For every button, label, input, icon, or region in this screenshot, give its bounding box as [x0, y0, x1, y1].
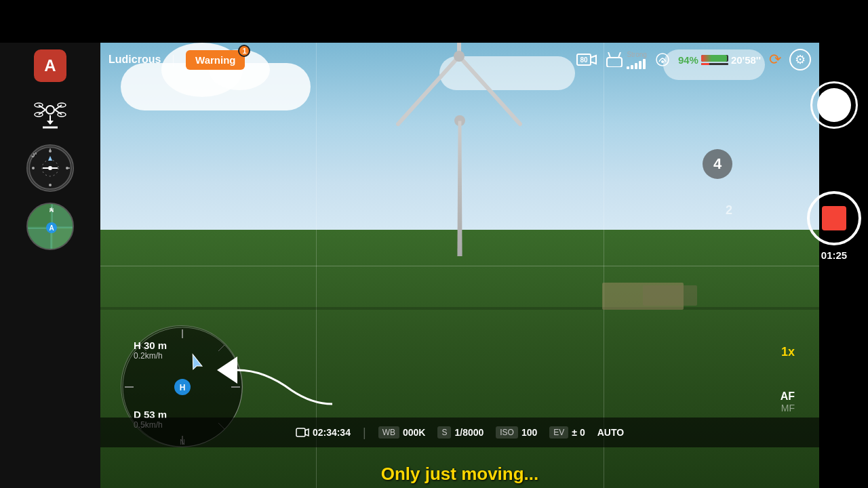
wifi-signal-group [655, 52, 670, 67]
number-2-value: 2 [726, 203, 732, 217]
svg-text:0°: 0° [31, 152, 37, 159]
af-mf-selector: AF MF [781, 390, 795, 413]
svg-text:H: H [180, 383, 186, 392]
shutter-button[interactable] [810, 81, 858, 129]
timecode-value: 02:34:34 [313, 427, 351, 438]
video-number-indicator: 80 [576, 52, 597, 68]
svg-line-7 [618, 52, 620, 58]
turbine-tower [456, 121, 464, 256]
flight-mode-label: Ludicrous [108, 54, 161, 66]
rc-value-group: Strong [627, 51, 646, 69]
ev-value: ± 0 [572, 427, 585, 438]
battery-time: 20'58'' [731, 54, 761, 66]
svg-point-31 [48, 166, 52, 170]
settings-button[interactable]: ⚙ [789, 49, 811, 70]
mf-label[interactable]: MF [781, 403, 795, 413]
altitude-value: 30 m [144, 340, 167, 351]
number-2-indicator: 2 [726, 203, 732, 218]
left-sidebar: A [0, 43, 100, 488]
mode-value: AUTO [597, 427, 624, 438]
hud-altitude-group: H 30 m 0.2km/h [134, 340, 167, 361]
svg-point-27 [32, 167, 35, 169]
landing-button[interactable] [30, 93, 71, 134]
bottom-bar: 02:34:34 | WB 000K S 1/8000 ISO 100 EV ±… [100, 418, 819, 447]
mini-map[interactable]: A N [26, 203, 74, 250]
bottom-divider-1: | [363, 426, 366, 440]
ev-label: EV [549, 426, 568, 439]
video-box-icon: 80 [576, 52, 597, 68]
wb-label: WB [378, 426, 399, 439]
attitude-indicator[interactable]: 0° [26, 144, 74, 192]
zoom-value: 1x [781, 345, 795, 359]
ev-group[interactable]: EV ± 0 [549, 426, 585, 439]
svg-point-9 [656, 54, 669, 66]
battery-percent: 94% [678, 54, 698, 66]
wb-value: 000K [403, 427, 425, 438]
rc-icon [605, 52, 624, 67]
arrow-svg [210, 329, 346, 411]
rc-controller-icon [605, 52, 624, 67]
svg-marker-5 [591, 56, 596, 64]
iso-value: 100 [521, 427, 537, 438]
shutter-value: 1/8000 [454, 427, 484, 438]
iso-label: ISO [496, 426, 518, 439]
timecode-group: 02:34:34 [296, 427, 351, 438]
svg-marker-21 [47, 121, 54, 125]
separator: | [172, 53, 175, 67]
battery-fill [701, 55, 727, 62]
svg-point-11 [46, 106, 54, 114]
crosshair-horizontal [100, 266, 819, 266]
number-4-value: 4 [713, 155, 722, 173]
record-time: 01:25 [807, 249, 861, 261]
svg-point-26 [49, 184, 52, 186]
signal-bar-5 [643, 59, 646, 69]
signal-bar-2 [631, 65, 633, 69]
phone-signal-icon [655, 52, 670, 67]
shutter-group[interactable]: S 1/8000 [437, 426, 484, 439]
battery-bar [701, 55, 728, 62]
warning-button[interactable]: Warning 1 [186, 50, 245, 70]
refresh-button[interactable]: ⟳ [769, 51, 781, 68]
svg-line-6 [608, 52, 610, 58]
altitude-label: H [134, 340, 141, 351]
warning-badge: 1 [238, 45, 250, 57]
record-stop-button[interactable] [807, 191, 861, 245]
video-number-text: 80 [580, 56, 589, 64]
svg-marker-60 [305, 429, 309, 436]
warning-label: Warning [195, 54, 235, 66]
wb-group[interactable]: WB 000K [378, 426, 426, 439]
signal-bar-4 [639, 61, 642, 69]
svg-marker-58 [217, 357, 237, 384]
battery-group: 94% 20'58'' [678, 54, 761, 66]
building-2 [643, 285, 697, 306]
attitude-svg: 0° [28, 146, 73, 190]
signal-strength-label: Strong [627, 51, 646, 58]
af-label[interactable]: AF [781, 390, 795, 403]
shutter-label: S [437, 426, 451, 439]
horizon-line [100, 307, 819, 310]
svg-rect-59 [296, 428, 305, 436]
rc-signal-group: Strong [605, 51, 646, 69]
hud-altitude: H 30 m [134, 340, 167, 351]
right-controls: 01:25 [807, 81, 861, 261]
subtitle: Only just moving... [100, 464, 819, 485]
mode-group[interactable]: AUTO [597, 427, 624, 438]
svg-rect-8 [607, 58, 622, 67]
top-right-controls: 80 Strong [576, 49, 811, 70]
svg-text:A: A [49, 224, 54, 232]
map-svg: A N [28, 204, 74, 250]
hud-alt-speed: 0.2km/h [134, 351, 167, 361]
app-logo[interactable]: A [34, 49, 66, 82]
subtitle-text: Only just moving... [381, 464, 539, 484]
signal-bars [627, 58, 646, 69]
arrow-annotation [210, 329, 346, 413]
iso-group[interactable]: ISO 100 [496, 426, 537, 439]
record-stop-inner [822, 206, 846, 230]
top-bar: Ludicrous | Warning 1 80 Strong [100, 43, 819, 77]
signal-bar-3 [635, 63, 637, 69]
number-4-indicator: 4 [703, 149, 732, 179]
rotate-icon: ⟳ [769, 51, 781, 68]
gear-icon: ⚙ [795, 52, 806, 67]
svg-point-10 [661, 60, 664, 63]
landing-icon [32, 95, 68, 131]
